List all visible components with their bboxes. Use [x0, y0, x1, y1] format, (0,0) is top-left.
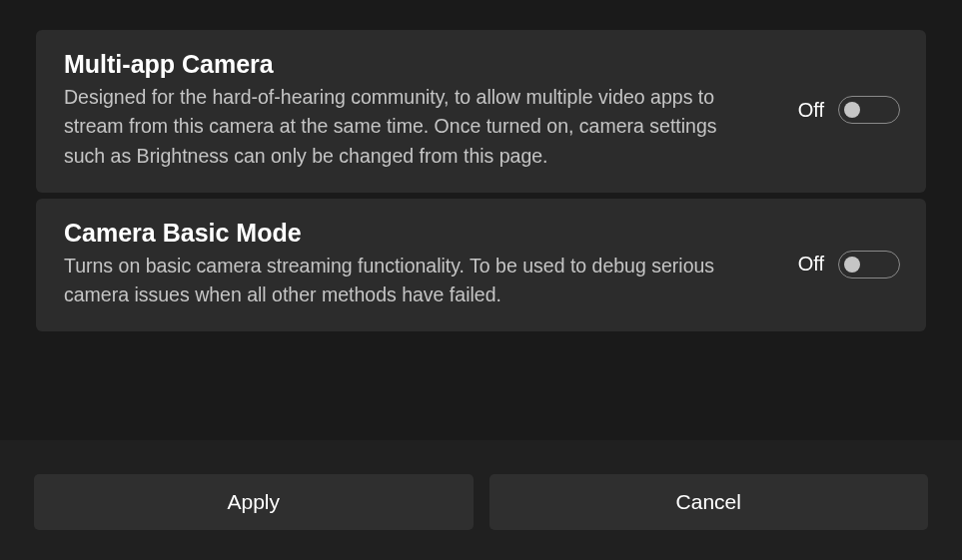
- multi-app-camera-toggle[interactable]: [838, 96, 900, 124]
- apply-button[interactable]: Apply: [34, 474, 474, 530]
- camera-basic-mode-toggle-label: Off: [798, 253, 824, 276]
- cancel-button[interactable]: Cancel: [489, 474, 929, 530]
- multi-app-camera-toggle-label: Off: [798, 99, 824, 122]
- toggle-knob-icon: [844, 102, 860, 118]
- multi-app-camera-description: Designed for the hard-of-hearing communi…: [64, 83, 733, 171]
- camera-basic-mode-toggle-group: Off: [798, 251, 900, 279]
- camera-basic-mode-text: Camera Basic Mode Turns on basic camera …: [64, 219, 733, 310]
- camera-basic-mode-description: Turns on basic camera streaming function…: [64, 252, 733, 310]
- multi-app-camera-title: Multi-app Camera: [64, 50, 733, 79]
- camera-basic-mode-title: Camera Basic Mode: [64, 219, 733, 248]
- camera-basic-mode-card: Camera Basic Mode Turns on basic camera …: [36, 199, 926, 332]
- dialog-footer: Apply Cancel: [0, 440, 962, 560]
- settings-content: Multi-app Camera Designed for the hard-o…: [0, 0, 962, 337]
- camera-basic-mode-toggle[interactable]: [838, 251, 900, 279]
- multi-app-camera-text: Multi-app Camera Designed for the hard-o…: [64, 50, 733, 171]
- multi-app-camera-card: Multi-app Camera Designed for the hard-o…: [36, 30, 926, 193]
- toggle-knob-icon: [844, 257, 860, 273]
- multi-app-camera-toggle-group: Off: [798, 96, 900, 124]
